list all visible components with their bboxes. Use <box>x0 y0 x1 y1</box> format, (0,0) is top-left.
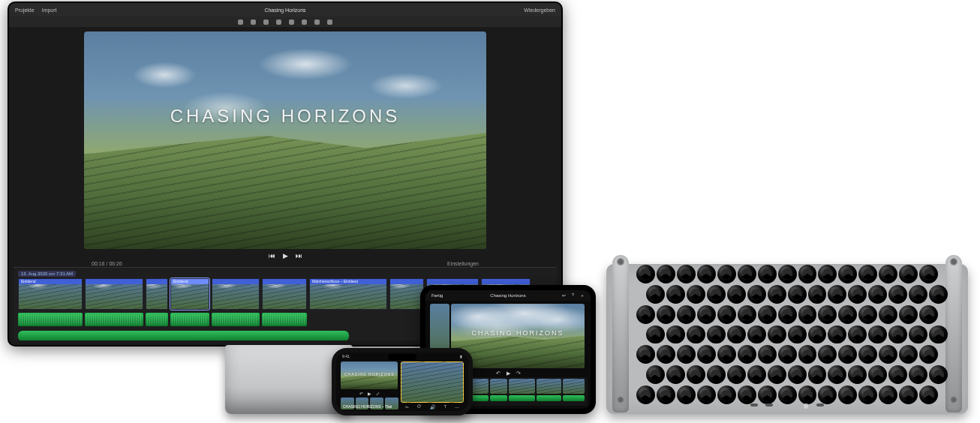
lattice-hole <box>879 265 897 284</box>
lattice-hole <box>666 326 685 344</box>
ipad-topbar: Fertig Chasing Horizons ↩ ? ＋ <box>425 290 591 301</box>
iphone-fullscreen-icon[interactable]: ⤢ <box>376 391 380 396</box>
ipad-audio-clip[interactable] <box>563 395 585 401</box>
tool-volume-icon[interactable] <box>289 20 294 25</box>
ipad-title-overlay: CHASING HORIZONS <box>451 329 585 337</box>
lattice-hole <box>646 285 665 304</box>
timeline-clip[interactable]: Einblend <box>18 278 83 310</box>
iphone-filter-icon[interactable]: ⋯ <box>455 404 459 410</box>
audio-clip[interactable] <box>212 313 260 326</box>
lattice-hole <box>747 326 766 344</box>
lattice-hole <box>879 305 897 324</box>
lattice-hole <box>848 285 867 304</box>
audio-clip[interactable] <box>170 313 209 326</box>
lattice-hole <box>828 326 846 344</box>
iphone-time: 9:41 <box>342 354 350 358</box>
ipad-undo-icon[interactable]: ↶ <box>496 370 501 376</box>
ipad-timeline-clip[interactable] <box>490 379 507 394</box>
timeline-clip[interactable] <box>212 278 260 310</box>
audio-clip[interactable] <box>18 313 83 326</box>
lattice-hole <box>768 365 786 384</box>
lattice-hole <box>778 265 797 284</box>
ipad-timeline-clip[interactable] <box>537 379 561 394</box>
iphone-play-icon[interactable]: ▶ <box>368 391 371 396</box>
lattice-hole <box>899 305 918 324</box>
tool-info-icon[interactable] <box>327 20 332 25</box>
prev-button-icon[interactable]: ⏮ <box>269 252 275 260</box>
lattice-hole <box>838 386 857 404</box>
lattice-hole <box>717 386 736 404</box>
lattice-hole <box>636 386 655 404</box>
lattice-hole <box>858 305 877 324</box>
timeline-clip[interactable] <box>389 278 424 310</box>
tool-crop-icon[interactable] <box>263 20 269 25</box>
lattice-hole <box>768 285 786 304</box>
ipad-redo-icon[interactable]: ↷ <box>516 370 521 376</box>
lattice-hole <box>636 265 655 284</box>
timeline-clip[interactable]: Einblend <box>170 278 209 310</box>
lattice-hole <box>738 386 756 404</box>
ipad-audio-clip[interactable] <box>537 395 561 401</box>
audio-clip[interactable] <box>262 313 307 326</box>
lattice-hole <box>929 365 948 384</box>
iphone-cut-icon[interactable]: ✂ <box>405 404 409 410</box>
usb-c-port-icon[interactable] <box>816 404 824 406</box>
lattice-hole <box>646 326 665 344</box>
tool-stabilize-icon[interactable] <box>276 20 281 25</box>
lattice-hole <box>919 305 938 324</box>
lattice-hole <box>778 345 797 364</box>
lattice-hole <box>838 305 857 324</box>
next-button-icon[interactable]: ⏭ <box>296 252 302 260</box>
usb-c-port-icon[interactable] <box>765 404 773 406</box>
lattice-hole <box>717 265 736 284</box>
lattice-hole <box>808 285 827 304</box>
timecode-current: 00:18 / 06:26 <box>92 261 122 266</box>
tool-speed-icon[interactable] <box>314 20 320 25</box>
lattice-hole <box>727 326 746 344</box>
usb-c-port-icon[interactable] <box>750 404 758 406</box>
iphone-volume-icon[interactable]: 🔊 <box>430 404 435 410</box>
clip-label <box>482 279 530 284</box>
iphone-title-clip[interactable]: CHASING HORIZONS – Titel <box>341 404 400 410</box>
tool-color-balance-icon[interactable] <box>238 20 243 25</box>
lattice-hole <box>758 305 777 324</box>
lattice-hole <box>717 345 736 364</box>
timeline-clip[interactable] <box>146 278 168 310</box>
iphone-undo-icon[interactable]: ↶ <box>359 391 363 396</box>
play-button-icon[interactable]: ▶ <box>283 252 288 260</box>
iphone-text-icon[interactable]: T <box>444 404 447 410</box>
lattice-hole <box>707 365 726 384</box>
lattice-hole <box>697 386 716 404</box>
project-title: Chasing Horizons <box>9 8 561 13</box>
ipad-play-icon[interactable]: ▶ <box>507 370 510 376</box>
power-button-icon[interactable] <box>803 404 809 410</box>
settings-button[interactable]: Einstellungen <box>447 261 479 266</box>
viewer-preview: CHASING HORIZONS <box>84 32 486 249</box>
lattice-hole <box>666 285 685 304</box>
ipad-audio-clip[interactable] <box>509 395 535 401</box>
music-clip[interactable] <box>18 331 349 340</box>
lattice-hole <box>899 265 918 284</box>
lattice-hole <box>879 386 897 404</box>
lattice-hole <box>818 386 837 404</box>
audio-clip[interactable] <box>146 313 168 326</box>
iphone-selected-clip[interactable] <box>401 362 464 403</box>
ipad-timeline-clip[interactable] <box>563 379 585 394</box>
tool-noise-icon[interactable] <box>302 20 307 25</box>
iphone-preview: CHASING HORIZONS <box>341 362 398 389</box>
ipad-audio-clip[interactable] <box>490 395 507 401</box>
ipad-timeline-clip[interactable] <box>509 379 535 394</box>
timeline-clip[interactable]: Märchenschloss – Einblend <box>309 278 387 310</box>
tool-color-correct-icon[interactable] <box>251 20 256 25</box>
lattice-hole <box>677 265 696 284</box>
lattice-hole <box>798 345 817 364</box>
lattice-hole <box>818 305 837 324</box>
lattice-hole <box>848 365 867 384</box>
lattice-hole <box>798 265 817 284</box>
timeline-clip[interactable] <box>85 278 143 310</box>
iphone-speed-icon[interactable]: ⏱ <box>417 404 422 410</box>
timeline-clip[interactable] <box>262 278 307 310</box>
clip-label <box>390 279 423 284</box>
audio-clip[interactable] <box>85 313 143 326</box>
iphone-selection-outline <box>401 362 464 403</box>
